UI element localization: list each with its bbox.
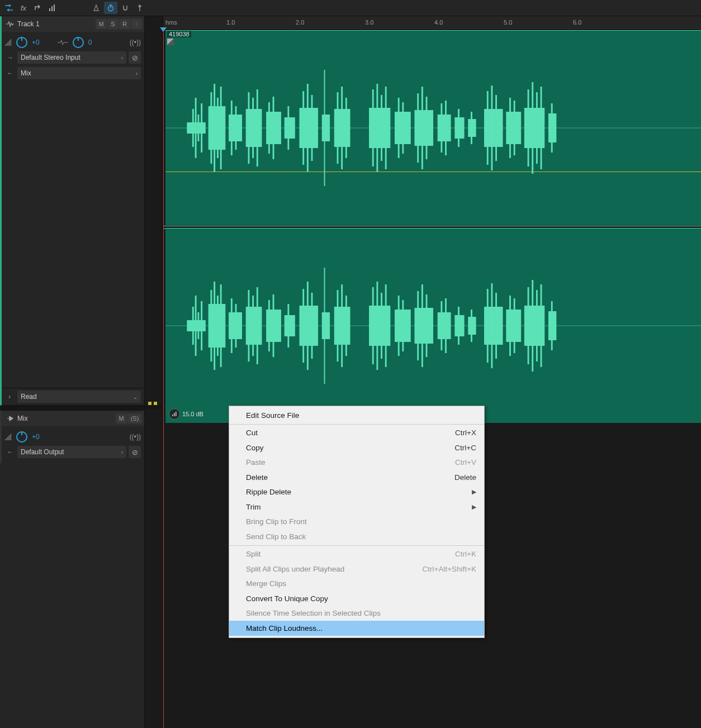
stereo-track-icon (6, 21, 14, 27)
svg-rect-13 (214, 84, 215, 172)
clip-gain-badge[interactable]: 15.0 dB (169, 408, 203, 420)
input-arrow-icon: → (5, 54, 15, 61)
svg-rect-120 (458, 307, 460, 345)
svg-rect-99 (324, 268, 325, 384)
magnet-icon[interactable] (119, 2, 132, 14)
expand-icon[interactable]: › (5, 393, 14, 401)
menu-item[interactable]: DeleteDelete (229, 470, 484, 485)
svg-rect-49 (426, 97, 428, 159)
menu-item[interactable]: Match Clip Loudness... (229, 621, 484, 636)
audio-clip-ch2[interactable]: 15.0 dB (165, 228, 701, 423)
clip-area: 419038 (163, 30, 701, 421)
svg-rect-115 (426, 294, 428, 357)
svg-rect-106 (376, 282, 378, 370)
audio-clip-ch1[interactable]: 419038 (165, 30, 701, 225)
solo-button[interactable]: S (107, 19, 119, 29)
svg-rect-35 (337, 92, 339, 164)
svg-rect-68 (541, 87, 542, 169)
menu-item[interactable]: Trim▶ (229, 499, 484, 515)
menu-item[interactable]: Edit Source File (229, 408, 484, 423)
fx-icon[interactable]: fx (17, 2, 30, 14)
mute-button[interactable]: M (96, 19, 107, 29)
output-arrow-icon: ← (5, 69, 15, 77)
svg-rect-56 (471, 112, 472, 144)
meter-strip-track1 (145, 16, 163, 405)
chevron-right-icon: ▶ (472, 488, 476, 496)
menu-item-label: Merge Clips (246, 579, 286, 588)
volume-knob[interactable] (16, 37, 27, 48)
menu-item[interactable]: Ripple Delete▶ (229, 485, 484, 500)
track1-header[interactable]: Track 1 M S R I (2, 16, 144, 32)
timer-icon[interactable] (104, 2, 117, 14)
svg-rect-12 (210, 92, 212, 164)
mix-volume-knob[interactable] (16, 431, 27, 442)
mix-track-header[interactable]: Mix M (S) (2, 411, 144, 426)
mix-output-label: Default Output (21, 448, 64, 456)
output-select[interactable]: Mix › (17, 67, 141, 79)
menu-item[interactable]: CutCtrl+X (229, 426, 484, 441)
svg-rect-30 (307, 84, 309, 172)
automation-mode-select[interactable]: Read ⌄ (17, 391, 141, 403)
output-arrow-icon: ← (5, 448, 15, 456)
svg-rect-7 (192, 109, 194, 147)
ruler[interactable]: hms 1.0 2.0 3.0 4.0 5.0 6.0 (163, 16, 701, 30)
marker-pin-icon[interactable] (133, 2, 146, 14)
svg-rect-15 (220, 87, 222, 169)
record-button[interactable]: R (119, 19, 130, 29)
svg-rect-42 (385, 87, 387, 169)
svg-rect-0 (49, 8, 50, 11)
output-label: Mix (21, 69, 31, 77)
svg-rect-139 (176, 412, 177, 416)
svg-rect-117 (441, 301, 442, 350)
svg-rect-29 (302, 91, 304, 165)
svg-rect-32 (322, 115, 330, 141)
menu-item-label: Send Clip to Back (246, 532, 306, 541)
svg-rect-14 (217, 98, 219, 158)
menu-item: Merge Clips (229, 577, 484, 592)
routing-icon[interactable] (2, 2, 16, 14)
send-icon[interactable] (31, 2, 45, 14)
svg-rect-18 (235, 106, 237, 150)
svg-rect-50 (438, 115, 451, 141)
ruler-tick: 1.0 (226, 19, 235, 26)
mix-mute-button[interactable]: M (116, 413, 127, 424)
gain-line[interactable] (165, 172, 701, 172)
svg-rect-138 (174, 413, 175, 416)
menu-item-label: Copy (246, 444, 264, 452)
svg-rect-94 (300, 306, 319, 346)
svg-rect-27 (287, 106, 289, 150)
menu-item: Send Clip to Back (229, 529, 484, 544)
phase-invert-button[interactable]: ⊘ (129, 446, 141, 458)
pan-value[interactable]: 0 (88, 39, 92, 46)
menu-item[interactable]: CopyCtrl+C (229, 440, 484, 455)
ruler-tick: 4.0 (434, 19, 443, 26)
menu-item: PasteCtrl+V (229, 455, 484, 470)
svg-rect-118 (445, 298, 447, 353)
volume-value[interactable]: +0 (32, 39, 40, 46)
svg-rect-91 (273, 294, 274, 357)
mix-volume-value[interactable]: +0 (32, 433, 40, 441)
svg-rect-76 (201, 301, 202, 350)
mix-output-select[interactable]: Default Output › (17, 446, 126, 458)
menu-item-label: Split (246, 550, 260, 558)
metronome-icon[interactable] (89, 2, 103, 14)
svg-rect-39 (372, 89, 374, 166)
ruler-tick: 3.0 (365, 19, 373, 26)
menu-shortcut: Ctrl+Alt+Shift+K (423, 565, 476, 573)
meter-icon[interactable] (46, 2, 59, 14)
svg-rect-78 (210, 290, 212, 361)
phase-invert-button[interactable]: ⊘ (129, 51, 141, 64)
menu-shortcut: Delete (454, 473, 476, 482)
input-select[interactable]: Default Stereo Input › (17, 51, 126, 64)
menu-item-label: Convert To Unique Copy (246, 594, 328, 603)
svg-rect-102 (341, 284, 343, 367)
mix-solo-button[interactable]: (S) (127, 413, 142, 424)
mix-track-icon (6, 415, 14, 422)
gain-dial-icon (169, 408, 180, 420)
svg-rect-67 (536, 92, 538, 164)
playhead-marker[interactable] (160, 27, 167, 32)
pan-knob[interactable] (73, 37, 84, 48)
menu-item-label: Paste (246, 458, 266, 467)
input-monitor-button[interactable]: I (131, 19, 142, 29)
menu-item[interactable]: Convert To Unique Copy (229, 591, 484, 606)
